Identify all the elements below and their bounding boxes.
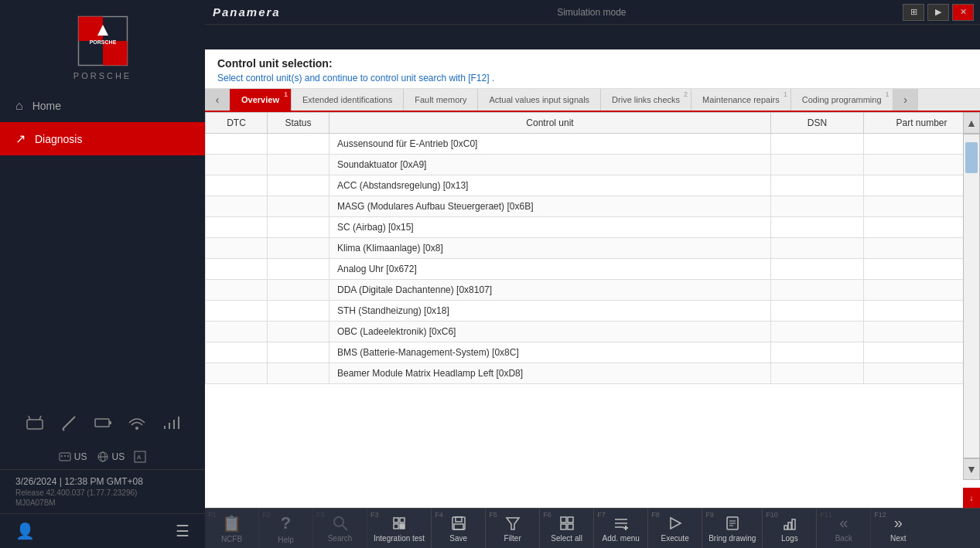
integration-test-icon xyxy=(391,515,408,532)
cell-part xyxy=(864,196,980,217)
scroll-up-button[interactable]: ▲ xyxy=(963,112,980,134)
media-button[interactable]: ⊞ xyxy=(903,4,924,21)
function-toolbar: F1 📋 NCFB F2 ? Help F3 Search F3 Integra… xyxy=(205,508,980,548)
tab-drive-label: Drive links checks xyxy=(612,95,680,104)
integration-test-label: Integration test xyxy=(374,534,425,543)
back-fn-key: F11 xyxy=(820,511,832,519)
tabs-prev-button[interactable]: ‹ xyxy=(205,89,230,111)
save-icon xyxy=(450,515,467,532)
back-icon: « xyxy=(839,514,848,532)
user-icon[interactable]: 👤 xyxy=(15,522,35,540)
page-header: Control unit selection: Select control u… xyxy=(205,49,980,89)
table-row[interactable]: BMS (Batterie-Management-System) [0x8C] xyxy=(206,342,980,363)
save-button[interactable]: F4 Save xyxy=(432,509,486,548)
tab-fault-memory[interactable]: Fault memory xyxy=(404,89,478,111)
search-fn-key: F3 xyxy=(316,511,325,519)
lang-locale[interactable]: A xyxy=(134,451,146,463)
next-button[interactable]: F12 » Next xyxy=(871,509,925,548)
bring-drawing-fn-key: F9 xyxy=(705,511,714,519)
wifi-icon[interactable] xyxy=(123,409,151,437)
cell-status xyxy=(268,280,330,301)
svg-rect-29 xyxy=(456,517,462,522)
cell-unit: Beamer Module Matrix Headlamp Left [0xD8… xyxy=(330,363,771,384)
help-fn-key: F2 xyxy=(262,511,271,519)
simulation-mode-label: Simulation mode xyxy=(281,7,903,18)
cell-dsn xyxy=(771,322,864,342)
add-menu-button[interactable]: F7 Add. menu xyxy=(594,509,648,548)
select-all-button[interactable]: F6 Select all xyxy=(540,509,594,548)
table-row[interactable]: SC (Airbag) [0x15] xyxy=(206,217,980,238)
cell-dtc xyxy=(206,196,268,217)
battery-icon[interactable] xyxy=(89,409,117,437)
crest-icon: PORSCHE xyxy=(76,14,130,68)
nav-home-label: Home xyxy=(32,100,61,112)
play-button[interactable]: ▶ xyxy=(927,4,949,21)
tab-maint-label: Maintenance repairs xyxy=(702,95,780,104)
help-button[interactable]: F2 ? Help xyxy=(259,509,313,548)
cell-dsn xyxy=(771,342,864,363)
tab-coding[interactable]: 1 Coding programming xyxy=(791,89,893,111)
cell-unit: OBC (Ladeelektronik) [0xC6] xyxy=(330,322,771,342)
router-icon[interactable] xyxy=(21,409,49,437)
svg-marker-31 xyxy=(507,518,519,529)
tab-actual-values[interactable]: Actual values input signals xyxy=(478,89,601,111)
cell-status xyxy=(268,238,330,259)
ncfb-button[interactable]: F1 📋 NCFB xyxy=(205,509,259,548)
nav-diagnosis[interactable]: ↗ Diagnosis xyxy=(0,122,205,155)
col-header-dsn: DSN xyxy=(771,113,864,134)
table-row[interactable]: MASG (Modulares Aufbau Steuergeraet) [0x… xyxy=(206,196,980,217)
wrench-icon[interactable] xyxy=(55,409,83,437)
filter-button[interactable]: F5 Filter xyxy=(486,509,540,548)
tab-overview[interactable]: 1 Overview xyxy=(230,89,292,111)
tab-extended-id[interactable]: Extended identifications xyxy=(292,89,404,111)
scroll-down-button[interactable]: ▼ xyxy=(963,458,980,480)
table-row[interactable]: OBC (Ladeelektronik) [0xC6] xyxy=(206,322,980,342)
table-row[interactable]: Soundaktuator [0xA9] xyxy=(206,155,980,175)
table-row[interactable]: Klima (Klimaanlage) [0x8] xyxy=(206,238,980,259)
back-button[interactable]: F11 « Back xyxy=(817,509,871,548)
table-row[interactable]: Aussensound für E-Antrieb [0xC0] xyxy=(206,134,980,155)
scrollbar-track[interactable] xyxy=(963,134,980,458)
nav-home[interactable]: ⌂ Home xyxy=(0,90,205,122)
execute-icon xyxy=(667,515,684,532)
tab-coding-label: Coding programming xyxy=(802,95,882,104)
device-id: MJ0A07BM xyxy=(15,499,190,507)
cell-dtc xyxy=(206,238,268,259)
search-button[interactable]: F3 Search xyxy=(313,509,367,548)
table-row[interactable]: Beamer Module Matrix Headlamp Left [0xD8… xyxy=(206,363,980,384)
signal-icon[interactable] xyxy=(157,409,185,437)
next-label: Next xyxy=(890,534,907,543)
cell-status xyxy=(268,217,330,238)
cell-part xyxy=(864,217,980,238)
integration-test-button[interactable]: F3 Integration test xyxy=(367,509,432,548)
cell-dtc xyxy=(206,280,268,301)
bring-drawing-button[interactable]: F9 Bring drawing xyxy=(702,509,763,548)
description-period: . xyxy=(492,73,494,83)
cell-part xyxy=(864,280,980,301)
next-icon: » xyxy=(894,514,903,532)
tab-drive-links[interactable]: 2 Drive links checks xyxy=(601,89,691,111)
logs-button[interactable]: F10 Logs xyxy=(763,509,817,548)
cell-dtc xyxy=(206,322,268,342)
table-row[interactable]: STH (Standheizung) [0x18] xyxy=(206,301,980,322)
tab-maintenance[interactable]: 1 Maintenance repairs xyxy=(691,89,791,111)
control-unit-table-wrapper[interactable]: ▲ ▼ ↓ DTC Status Control unit DSN Part n… xyxy=(205,112,980,508)
tab-fault-label: Fault memory xyxy=(415,95,466,104)
execute-button[interactable]: F8 Execute xyxy=(648,509,702,548)
tabs-next-button[interactable]: › xyxy=(893,89,918,111)
table-row[interactable]: DDA (Digitale Dachantenne) [0x8107] xyxy=(206,280,980,301)
keyboard-locale[interactable]: US xyxy=(59,451,87,463)
sidebar: PORSCHE PORSCHE ⌂ Home ↗ Diagnosis xyxy=(0,0,205,548)
table-row[interactable]: ACC (Abstandsregelung) [0x13] xyxy=(206,175,980,196)
table-row[interactable]: Analog Uhr [0x672] xyxy=(206,259,980,280)
scrollbar-thumb[interactable] xyxy=(965,142,978,173)
svg-line-8 xyxy=(63,417,75,429)
tab-actual-label: Actual values input signals xyxy=(489,95,589,104)
globe-locale[interactable]: US xyxy=(97,451,125,463)
cell-status xyxy=(268,342,330,363)
close-button[interactable]: ✕ xyxy=(952,4,974,21)
integration-test-fn-key: F3 xyxy=(370,511,379,519)
hamburger-menu-icon[interactable]: ☰ xyxy=(176,522,190,540)
cell-part xyxy=(864,322,980,342)
svg-rect-2 xyxy=(103,41,128,66)
